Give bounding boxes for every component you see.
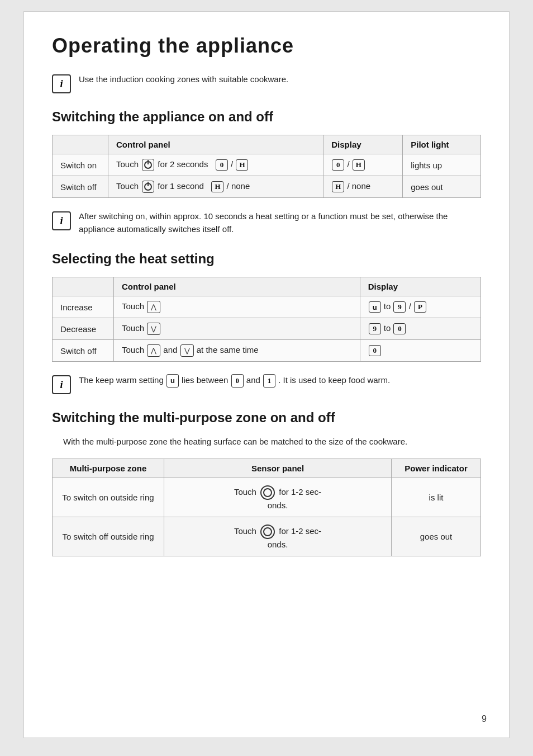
sym-0b: 0 [393,323,406,334]
row-control: Touch for 1 second H / none [108,176,323,198]
display-sym-0: 0 [216,159,228,171]
table-row: Switch on Touch for 2 seconds 0 / H 0 [53,154,481,176]
svg-point-3 [264,528,272,536]
page-number: 9 [482,714,487,724]
row-pilot: lights up [403,154,481,176]
info-box-3: i The keep warm setting u lies between 0… [52,374,481,394]
row-sensor: Touch for 1-2 sec-onds. [164,478,392,517]
section-on-off: Switching the appliance on and off Contr… [52,109,481,235]
row-label: Increase [53,296,114,318]
sym-1-warm: 1 [263,374,275,388]
sym-u: u [369,301,381,313]
chevron-up-icon: ⋀ [147,301,160,313]
power-icon [144,161,152,169]
row-label: Switch off [53,340,114,362]
sym-9: 9 [393,301,406,313]
power-symbol [142,181,154,193]
section-multi: Switching the multi-purpose zone on and … [52,410,481,556]
multi-zone-desc: With the multi-purpose zone the heating … [52,436,481,448]
chevron-down-icon: ⋁ [147,323,160,335]
table-row: Switch off Touch ⋀ and ⋁ at the same tim… [53,340,481,362]
row-control: Touch ⋀ [114,296,360,318]
info-text-1: Use the induction cooking zones with sui… [79,73,288,86]
row-display: 0 [360,340,480,362]
row-pilot: goes out [403,176,481,198]
row-power: goes out [392,517,481,556]
info-box-1: i Use the induction cooking zones with s… [52,73,481,93]
sym-u-warm: u [166,374,179,388]
info-icon-2: i [52,211,71,230]
chevron-up-icon-2: ⋀ [147,344,160,357]
heat-table: Control panel Display Increase Touch ⋀ u… [52,277,481,362]
row-label: Switch on [53,154,108,176]
sym-9b: 9 [369,323,381,334]
table-row: To switch off outside ring Touch for 1-2… [53,517,481,556]
table-row: Decrease Touch ⋁ 9 to 0 [53,318,481,340]
sym-H: H [353,159,365,171]
svg-point-0 [261,486,274,499]
power-symbol [142,159,154,171]
section-on-off-title: Switching the appliance on and off [52,109,481,125]
power-icon-2 [144,183,152,191]
sym-0: 0 [332,159,344,171]
info-text-3: The keep warm setting u lies between 0 a… [79,374,390,388]
sym-P: P [414,301,426,313]
page-title: Operating the appliance [52,34,481,58]
info-box-2: i After switching on, within approx. 10 … [52,210,481,235]
heat-col-empty [53,277,114,296]
info-icon-1: i [52,74,71,93]
sym-0-warm: 0 [231,374,244,388]
heat-col-control: Control panel [114,277,360,296]
info-icon-3: i [52,375,71,394]
table-row: Increase Touch ⋀ u to 9 / P [53,296,481,318]
col-header-pilot: Pilot light [403,135,481,154]
row-control: Touch for 2 seconds 0 / H [108,154,323,176]
section-multi-title: Switching the multi-purpose zone on and … [52,410,481,426]
row-power: is lit [392,478,481,517]
row-display: 9 to 0 [360,318,480,340]
row-display: H / none [323,176,403,198]
heat-col-display: Display [360,277,480,296]
svg-point-2 [261,525,274,538]
svg-point-1 [264,489,272,497]
multi-col-sensor: Sensor panel [164,459,392,478]
double-circle-icon-2 [260,524,275,540]
row-control: Touch ⋀ and ⋁ at the same time [114,340,360,362]
row-display: 0 / H [323,154,403,176]
sym-H2: H [332,181,344,192]
row-control: Touch ⋁ [114,318,360,340]
col-header-empty [53,135,108,154]
row-zone: To switch off outside ring [53,517,164,556]
display-sym-h: H [236,159,248,171]
on-off-table: Control panel Display Pilot light Switch… [52,135,481,198]
chevron-down-icon-2: ⋁ [180,344,194,357]
table-row: Switch off Touch for 1 second H / none H [53,176,481,198]
row-display: u to 9 / P [360,296,480,318]
row-label: Decrease [53,318,114,340]
col-header-control: Control panel [108,135,323,154]
row-label: Switch off [53,176,108,198]
row-zone: To switch on outside ring [53,478,164,517]
section-heat: Selecting the heat setting Control panel… [52,251,481,394]
table-row: To switch on outside ring Touch for 1-2 … [53,478,481,517]
multi-col-power: Power indicator [392,459,481,478]
info-text-2: After switching on, within approx. 10 se… [79,210,481,235]
col-header-display: Display [323,135,403,154]
row-sensor: Touch for 1-2 sec-onds. [164,517,392,556]
double-circle-icon [260,485,275,500]
display-sym-h2: H [211,181,223,192]
multi-table: Multi-purpose zone Sensor panel Power in… [52,459,481,556]
multi-col-zone: Multi-purpose zone [53,459,164,478]
sym-0c: 0 [369,345,381,356]
page: Operating the appliance i Use the induct… [23,11,510,738]
section-heat-title: Selecting the heat setting [52,251,481,267]
